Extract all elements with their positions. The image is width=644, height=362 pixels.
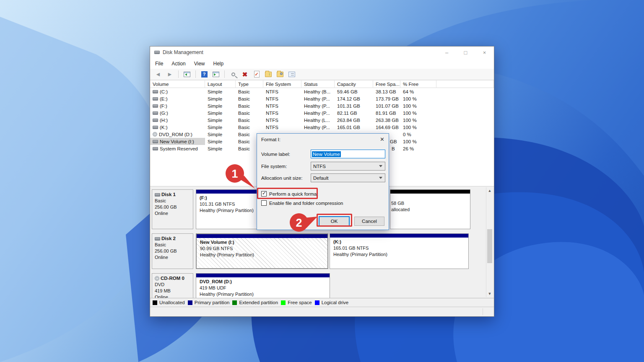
format-dialog-titlebar[interactable]: Format I: ✕ bbox=[257, 134, 389, 145]
menu-file[interactable]: File bbox=[155, 61, 163, 67]
volume-label-label: Volume label: bbox=[261, 152, 290, 157]
partition-dvd-rom-d[interactable]: DVD_ROM (D:) 419 MB UDF Healthy (Primary… bbox=[196, 273, 330, 298]
titlebar[interactable]: Disk Management – □ × bbox=[150, 47, 494, 58]
table-row[interactable]: (F:) SimpleBasic NTFSHealthy (P... 101.3… bbox=[150, 102, 494, 109]
partition-new-volume-i[interactable]: New Volume (I:) 90.99 GB NTFS Healthy (P… bbox=[196, 233, 328, 269]
disk-2-row: Disk 2 Basic 256.00 GB Online New Volume… bbox=[152, 233, 469, 269]
logical-drive-swatch bbox=[315, 300, 319, 305]
file-system-label: File system: bbox=[261, 164, 287, 169]
col-capacity[interactable]: Capacity bbox=[335, 80, 373, 88]
cdrom-0-panel[interactable]: CD-ROM 0 DVD 419 MB Online bbox=[152, 273, 193, 298]
col-type[interactable]: Type bbox=[236, 80, 263, 88]
svg-text:2: 2 bbox=[296, 217, 302, 229]
col-file-system[interactable]: File System bbox=[263, 80, 301, 88]
unallocated-stripe bbox=[390, 190, 470, 194]
menu-action[interactable]: Action bbox=[171, 61, 185, 67]
menu-help[interactable]: Help bbox=[213, 61, 224, 67]
volume-label-input[interactable]: New Volume bbox=[311, 150, 385, 158]
drive-icon bbox=[153, 119, 158, 122]
allocation-unit-select[interactable]: Default bbox=[311, 173, 385, 182]
menubar: File Action View Help bbox=[150, 58, 494, 69]
table-row[interactable]: (K:) SimpleBasic NTFSHealthy (P... 165.0… bbox=[150, 124, 494, 131]
drive-icon bbox=[153, 147, 158, 150]
primary-partition-stripe bbox=[196, 274, 330, 277]
callout-step-1: 1 bbox=[224, 164, 257, 190]
delete-icon[interactable]: ✖ bbox=[240, 70, 249, 79]
table-row[interactable]: (H:) SimpleBasic NTFSHealthy (L... 263.8… bbox=[150, 116, 494, 124]
cancel-button[interactable]: Cancel bbox=[354, 217, 384, 226]
scroll-thumb[interactable] bbox=[487, 229, 492, 263]
dialog-close-icon[interactable]: ✕ bbox=[380, 136, 384, 142]
legend-item: Extended partition bbox=[232, 300, 278, 305]
action-pane-icon[interactable] bbox=[211, 70, 221, 79]
drive-icon bbox=[153, 126, 158, 129]
window-title: Disk Management bbox=[163, 49, 203, 55]
checkbox-unchecked-icon[interactable] bbox=[261, 200, 267, 206]
help-icon[interactable]: ? bbox=[200, 70, 209, 79]
forward-icon[interactable]: ► bbox=[165, 70, 174, 79]
disk-1-panel[interactable]: Disk 1 Basic 256.00 GB Online bbox=[152, 189, 193, 229]
vertical-scrollbar[interactable]: ▲ ▼ bbox=[486, 187, 493, 297]
console-tree-icon[interactable] bbox=[182, 70, 192, 79]
status-bar bbox=[150, 307, 494, 316]
svg-text:1: 1 bbox=[231, 168, 238, 180]
volume-list-header[interactable]: Volume Layout Type File System Status Ca… bbox=[150, 80, 494, 88]
folder-find-icon[interactable] bbox=[275, 70, 285, 79]
properties-icon[interactable] bbox=[287, 70, 296, 79]
legend-item: Primary partition bbox=[188, 300, 230, 305]
folder-export-icon[interactable]: ↑ bbox=[264, 70, 273, 79]
maximize-button[interactable]: □ bbox=[456, 47, 475, 58]
table-row[interactable]: (E:) SimpleBasic NTFSHealthy (P... 174.1… bbox=[150, 95, 494, 102]
format-dialog-title: Format I: bbox=[261, 137, 280, 142]
table-row[interactable]: (G:) SimpleBasic NTFSHealthy (P... 82.11… bbox=[150, 109, 494, 116]
app-icon bbox=[154, 51, 160, 54]
partition-k[interactable]: (K:) 165.01 GB NTFS Healthy (Primary Par… bbox=[330, 233, 469, 269]
table-row[interactable]: (C:) SimpleBasic NTFSHealthy (B... 59.46… bbox=[150, 88, 494, 95]
chevron-down-icon bbox=[379, 177, 382, 179]
back-icon[interactable]: ◄ bbox=[153, 70, 163, 79]
minimize-button[interactable]: – bbox=[437, 47, 456, 58]
disk-icon bbox=[155, 237, 160, 240]
drive-icon bbox=[153, 140, 158, 143]
close-button[interactable]: × bbox=[475, 47, 494, 58]
file-system-select[interactable]: NTFS bbox=[311, 162, 385, 171]
compression-checkbox[interactable]: Enable file and folder compression bbox=[261, 200, 343, 206]
desktop: Disk Management – □ × File Action View H… bbox=[0, 0, 644, 362]
col-pct-free[interactable]: % Free bbox=[400, 80, 436, 88]
callout-step-2: 2 bbox=[288, 210, 319, 235]
disk-2-panel[interactable]: Disk 2 Basic 256.00 GB Online bbox=[152, 233, 193, 269]
primary-partition-stripe bbox=[330, 234, 468, 238]
toolbar-separator bbox=[178, 70, 179, 78]
toolbar: ◄ ► ? ✖ ↑ bbox=[150, 69, 494, 80]
toolbar-separator bbox=[195, 70, 196, 78]
col-volume[interactable]: Volume bbox=[150, 80, 205, 88]
legend-item: Unallocated bbox=[153, 300, 185, 305]
col-free-space[interactable]: Free Spa... bbox=[373, 80, 400, 88]
cdrom-0-row: CD-ROM 0 DVD 419 MB Online DVD_ROM (D:) … bbox=[152, 273, 330, 298]
disk-icon bbox=[155, 193, 160, 197]
legend-item: Free space bbox=[281, 300, 312, 305]
drive-icon bbox=[153, 104, 158, 108]
partition-unallocated[interactable]: 58 GB allocated bbox=[390, 189, 470, 229]
task-check-icon[interactable] bbox=[252, 70, 261, 79]
drive-icon bbox=[153, 111, 158, 115]
toolbar-separator bbox=[224, 70, 225, 78]
menu-view[interactable]: View bbox=[194, 61, 205, 67]
drive-icon bbox=[153, 97, 158, 101]
volume-label-value: New Volume bbox=[312, 151, 341, 157]
highlight-ok-button bbox=[317, 214, 352, 227]
unallocated-swatch bbox=[153, 300, 157, 305]
legend-bar: Unallocated Primary partition Extended p… bbox=[150, 298, 494, 307]
col-layout[interactable]: Layout bbox=[205, 80, 236, 88]
col-status[interactable]: Status bbox=[301, 80, 335, 88]
highlight-quick-format bbox=[257, 188, 318, 199]
disc-icon bbox=[155, 276, 159, 281]
chevron-down-icon bbox=[379, 165, 382, 167]
primary-partition-swatch bbox=[188, 300, 192, 305]
scroll-down-icon[interactable]: ▼ bbox=[486, 290, 493, 297]
drive-icon bbox=[153, 90, 158, 93]
allocation-unit-label: Allocation unit size: bbox=[261, 176, 302, 181]
scroll-up-icon[interactable]: ▲ bbox=[486, 187, 493, 194]
rescan-icon[interactable] bbox=[229, 70, 238, 79]
extended-partition-swatch bbox=[232, 300, 237, 305]
